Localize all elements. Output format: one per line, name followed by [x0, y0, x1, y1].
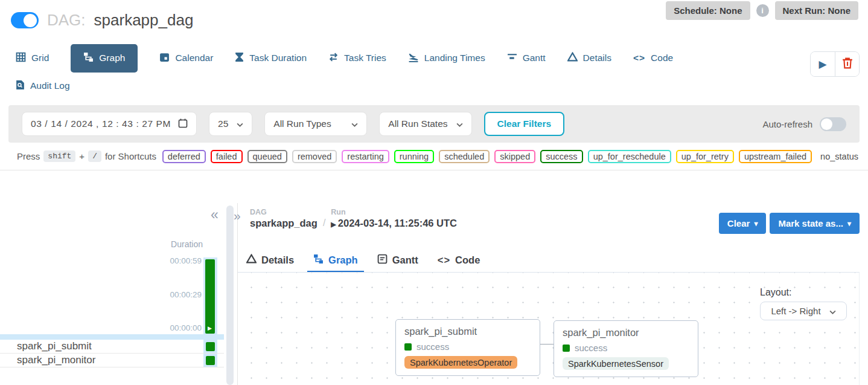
sidebar-scrollbar[interactable] [226, 205, 234, 385]
trash-icon [842, 57, 853, 71]
task-instance-cell [203, 354, 217, 367]
dag-prefix-label: DAG: [47, 11, 86, 30]
gantt-icon [507, 52, 517, 65]
tab-landing-times[interactable]: Landing Times [408, 52, 485, 65]
task-name: spark_pi_monitor [17, 354, 95, 366]
run-duration-bar[interactable] [205, 259, 215, 334]
tab-graph[interactable]: Graph [71, 44, 138, 73]
legend-failed[interactable]: failed [211, 150, 243, 163]
success-square-icon [404, 343, 412, 351]
run-tab-details[interactable]: Details [246, 254, 294, 266]
collapse-panel-icon[interactable]: « [211, 208, 219, 222]
next-run-badge: Next Run: None [775, 1, 859, 20]
clear-filters-button[interactable]: Clear Filters [484, 112, 565, 136]
audit-log-icon [16, 80, 25, 92]
task-list: spark_pi_submit spark_pi_monitor [0, 340, 224, 367]
shortcuts-hint: Press shift + / for Shortcuts [17, 150, 156, 162]
tab-audit-log[interactable]: Audit Log [16, 80, 70, 92]
breadcrumb-separator: / [323, 218, 325, 229]
grid-icon [16, 52, 26, 65]
operator-badge: SparkKubernetesSensor [563, 357, 669, 370]
legend-removed[interactable]: removed [292, 150, 337, 163]
page-size-select[interactable]: 25 [209, 112, 252, 136]
legend-row: Press shift + / for Shortcuts deferred f… [0, 143, 868, 170]
dag-title: sparkapp_dag [94, 11, 194, 30]
legend-success[interactable]: success [540, 150, 582, 163]
node-task-name: spark_pi_monitor [563, 327, 689, 338]
tab-gantt[interactable]: Gantt [507, 52, 546, 65]
layout-label: Layout: [760, 287, 847, 298]
breadcrumb: DAG sparkapp_dag / Run ▶2024-03-14, 11:2… [250, 208, 457, 229]
task-row-spark-pi-submit[interactable]: spark_pi_submit [0, 340, 224, 354]
graph-node-spark-pi-monitor[interactable]: spark_pi_monitor success SparkKubernetes… [554, 320, 698, 377]
repeat-icon [328, 52, 339, 65]
trigger-dag-button[interactable]: ▶ [811, 52, 835, 76]
run-detail-panel: » DAG sparkapp_dag / Run ▶2024-03-14, 11… [238, 195, 868, 385]
tab-grid[interactable]: Grid [16, 52, 49, 65]
schedule-badge: Schedule: None [666, 1, 750, 20]
legend-up-for-reschedule[interactable]: up_for_reschedule [588, 150, 671, 163]
task-instance-success-square[interactable] [206, 342, 215, 351]
legend-restarting[interactable]: restarting [342, 150, 389, 163]
tab-code[interactable]: <> Code [633, 53, 673, 63]
info-icon[interactable]: i [756, 4, 769, 17]
run-datetime-input[interactable]: 03 / 14 / 2024 , 12 : 43 : 27 PM [22, 112, 197, 136]
task-instance-success-square[interactable] [206, 356, 215, 365]
calendar-small-icon [178, 118, 188, 131]
tab-task-duration[interactable]: Task Duration [235, 52, 307, 65]
run-tab-code[interactable]: <> Code [438, 254, 480, 266]
app-header: DAG: sparkapp_dag Schedule: None i Next … [0, 0, 868, 35]
dag-pause-toggle[interactable] [11, 12, 39, 28]
breadcrumb-dag-value[interactable]: sparkapp_dag [250, 218, 318, 229]
dag-action-buttons: ▶ [810, 51, 860, 77]
graph-icon [83, 52, 94, 65]
legend-no-status: no_status [820, 152, 858, 161]
dag-nav-tabs: Grid Graph Calendar Task Duration Task T… [0, 44, 868, 73]
triangle-icon [246, 254, 257, 266]
graph-icon [313, 254, 324, 267]
node-state-label: success [416, 341, 449, 352]
expand-panel-icon[interactable]: » [234, 209, 241, 222]
tab-task-tries[interactable]: Task Tries [328, 52, 386, 65]
plane-landing-icon [408, 52, 419, 65]
graph-node-spark-pi-submit[interactable]: spark_pi_submit success SparkKubernetesO… [395, 319, 540, 376]
task-instance-cell [203, 340, 217, 353]
graph-canvas[interactable]: Layout: Left -> Right spark_pi_submit su… [238, 272, 860, 385]
main-area: « Duration 00:00:59 00:00:29 00:00:00 ▶ … [0, 195, 868, 385]
task-row-spark-pi-monitor[interactable]: spark_pi_monitor [0, 354, 224, 367]
legend-upstream-failed[interactable]: upstream_failed [739, 150, 812, 163]
gantt-doc-icon [377, 254, 388, 267]
tab-details[interactable]: Details [567, 52, 611, 64]
shift-key: shift [43, 150, 75, 162]
legend-running[interactable]: running [394, 150, 434, 163]
filter-bar: 03 / 14 / 2024 , 12 : 43 : 27 PM 25 All … [8, 105, 860, 143]
legend-deferred[interactable]: deferred [162, 150, 206, 163]
chevron-down-icon [829, 306, 836, 316]
run-column-strip [0, 334, 224, 340]
delete-dag-button[interactable] [835, 52, 859, 76]
node-task-name: spark_pi_submit [404, 326, 531, 337]
auto-refresh-toggle[interactable] [820, 117, 846, 131]
breadcrumb-run-value[interactable]: ▶2024-03-14, 11:25:46 UTC [331, 218, 457, 229]
code-icon: <> [633, 53, 645, 63]
auto-refresh-label: Auto-refresh [762, 119, 812, 129]
run-tab-graph[interactable]: Graph [313, 254, 358, 267]
legend-skipped[interactable]: skipped [494, 150, 535, 163]
run-types-select[interactable]: All Run Types [264, 112, 367, 136]
slash-key: / [88, 150, 101, 162]
run-tab-gantt[interactable]: Gantt [377, 254, 418, 267]
caret-down-icon: ▾ [847, 219, 851, 228]
task-edge [540, 344, 554, 345]
clear-run-button[interactable]: Clear ▾ [719, 213, 767, 234]
legend-scheduled[interactable]: scheduled [439, 150, 490, 163]
layout-select[interactable]: Left -> Right [760, 302, 847, 320]
run-states-select[interactable]: All Run States [379, 112, 471, 136]
chevron-down-icon [237, 118, 243, 129]
toggle-knob [24, 14, 37, 27]
mark-state-as-button[interactable]: Mark state as... ▾ [770, 213, 860, 234]
tab-calendar[interactable]: Calendar [159, 52, 213, 65]
success-square-icon [563, 345, 570, 352]
legend-queued[interactable]: queued [247, 150, 287, 163]
legend-up-for-retry[interactable]: up_for_retry [676, 150, 734, 163]
run-marker-icon: ▶ [331, 221, 336, 228]
